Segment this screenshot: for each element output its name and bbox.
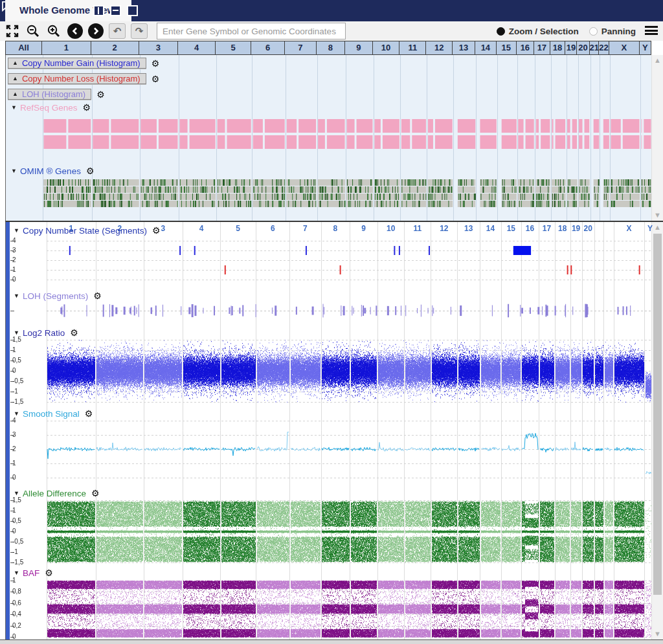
track-baf-settings-icon[interactable]: ⚙ bbox=[45, 568, 53, 578]
track-log2-ratio-settings-icon[interactable]: ⚙ bbox=[70, 328, 78, 338]
chromosome-cell-4[interactable]: 4 bbox=[178, 41, 216, 55]
track-copy-number-gain-histogram-[interactable]: ▲Copy Number Gain (Histogram)⚙ bbox=[8, 58, 159, 69]
track-copy-number-loss-histogram--settings-icon[interactable]: ⚙ bbox=[152, 74, 160, 84]
expand-arrow-icon[interactable]: ▲ bbox=[12, 60, 18, 66]
chromosome-header: All12345678910111213141516171819202122XY bbox=[5, 41, 651, 55]
collapse-arrow-icon[interactable]: ▼ bbox=[14, 490, 19, 496]
track-log2-ratio[interactable]: ▼Log2 Ratio⚙ bbox=[14, 328, 78, 338]
chromosome-cell-12[interactable]: 12 bbox=[426, 41, 453, 55]
chromosome-cell-5[interactable]: 5 bbox=[216, 41, 251, 55]
chevron-left-icon bbox=[71, 27, 79, 35]
track-copy-number-loss-histogram--label: Copy Number Loss (Histogram) bbox=[22, 74, 140, 83]
chromosome-cell-14[interactable]: 14 bbox=[475, 41, 497, 55]
allele-difference-ytick: 0 bbox=[12, 527, 16, 535]
chromosome-cell-1[interactable]: 1 bbox=[42, 41, 91, 55]
track-loh-histogram-[interactable]: ▲LOH (Histogram)⚙ bbox=[8, 89, 105, 100]
scroll-down-icon[interactable]: ▼ bbox=[653, 630, 662, 638]
lower-tracks-canvas[interactable] bbox=[10, 222, 656, 639]
collapse-arrow-icon[interactable]: ▼ bbox=[14, 410, 19, 417]
log2-ytick: -0,5 bbox=[12, 377, 23, 384]
collapse-arrow-icon[interactable]: ▼ bbox=[11, 168, 17, 174]
search-input[interactable] bbox=[157, 23, 346, 39]
track-loh-segments[interactable]: ▼LOH (Segments)⚙ bbox=[14, 291, 102, 301]
panning-radio[interactable] bbox=[589, 27, 598, 36]
track-smooth-signal[interactable]: ▼Smooth Signal⚙ bbox=[14, 408, 93, 419]
track-refseq-genes[interactable]: ▼RefSeq Genes⚙ bbox=[11, 102, 91, 113]
track-loh-segments-settings-icon[interactable]: ⚙ bbox=[93, 291, 102, 301]
chromosome-cell-19[interactable]: 19 bbox=[565, 41, 577, 55]
scroll-down-icon[interactable]: ▼ bbox=[653, 211, 662, 219]
undo-button[interactable]: ↶ bbox=[109, 23, 126, 39]
scroll-thumb[interactable] bbox=[653, 234, 662, 595]
scroll-up-icon[interactable]: ▲ bbox=[653, 223, 662, 232]
chromosome-cell-X[interactable]: X bbox=[609, 41, 640, 55]
baf-ytick: 0,8 bbox=[12, 588, 21, 595]
track-copy-number-state-settings-icon[interactable]: ⚙ bbox=[152, 225, 161, 236]
track-baf[interactable]: ▼BAF⚙ bbox=[14, 568, 53, 578]
track-baf-label: BAF bbox=[23, 568, 39, 578]
chromosome-cell-13[interactable]: 13 bbox=[453, 41, 475, 55]
track-loh-histogram--settings-icon[interactable]: ⚙ bbox=[96, 89, 105, 100]
chromosome-cell-17[interactable]: 17 bbox=[534, 41, 550, 55]
chromosome-cell-16[interactable]: 16 bbox=[517, 41, 534, 55]
track-refseq-genes-settings-icon[interactable]: ⚙ bbox=[82, 102, 91, 113]
ruler-label-8: 8 bbox=[333, 224, 338, 233]
track-copy-number-loss-histogram--button[interactable]: ▲Copy Number Loss (Histogram) bbox=[8, 73, 146, 84]
expand-arrow-icon[interactable]: ▲ bbox=[12, 75, 18, 82]
fit-to-window-button[interactable] bbox=[4, 23, 21, 39]
allele-difference-ytick: 1,5 bbox=[12, 496, 21, 504]
split-vertical-icon[interactable] bbox=[93, 5, 104, 16]
menu-icon[interactable] bbox=[645, 26, 658, 36]
chromosome-cell-9[interactable]: 9 bbox=[345, 41, 373, 55]
chromosome-cell-20[interactable]: 20 bbox=[577, 41, 589, 55]
collapse-arrow-icon[interactable]: ▼ bbox=[11, 104, 17, 111]
window-icon[interactable] bbox=[127, 5, 138, 16]
track-allele-difference-settings-icon[interactable]: ⚙ bbox=[91, 488, 100, 498]
redo-button[interactable]: ↷ bbox=[131, 23, 148, 39]
chromosome-cell-6[interactable]: 6 bbox=[251, 41, 285, 55]
baf-ytick: 0,6 bbox=[12, 599, 21, 606]
ruler-label-14: 14 bbox=[486, 224, 495, 233]
split-horizontal-icon[interactable] bbox=[110, 5, 121, 16]
track-smooth-signal-settings-icon[interactable]: ⚙ bbox=[85, 408, 93, 419]
tab-whole-genome-view[interactable]: Whole Genome View bbox=[5, 0, 131, 21]
chromosome-cell-Y[interactable]: Y bbox=[640, 41, 651, 55]
chromosome-cell-21[interactable]: 21 bbox=[590, 41, 600, 55]
chromosome-cell-7[interactable]: 7 bbox=[285, 41, 316, 55]
track-omim-genes-label: OMIM ® Genes bbox=[20, 166, 81, 176]
previous-button[interactable] bbox=[67, 23, 83, 39]
track-copy-number-state[interactable]: ▼Copy Number State (Segments)⚙ bbox=[14, 225, 161, 236]
chromosome-cell-8[interactable]: 8 bbox=[317, 41, 345, 55]
chromosome-cell-15[interactable]: 15 bbox=[497, 41, 517, 55]
zoom-selection-radio[interactable] bbox=[497, 27, 505, 36]
track-allele-difference[interactable]: ▼Allele Difference⚙ bbox=[14, 488, 100, 498]
next-button[interactable] bbox=[88, 23, 104, 39]
scroll-up-icon[interactable]: ▲ bbox=[653, 56, 662, 65]
log2-ytick: 0 bbox=[12, 367, 16, 374]
zoom-out-button[interactable] bbox=[25, 23, 41, 39]
track-omim-genes[interactable]: ▼OMIM ® Genes⚙ bbox=[11, 166, 94, 176]
collapse-arrow-icon[interactable]: ▼ bbox=[14, 570, 19, 576]
lower-scrollbar[interactable]: ▲ ▼ bbox=[651, 222, 663, 639]
chromosome-cell-18[interactable]: 18 bbox=[550, 41, 566, 55]
zoom-selection-label: Zoom / Selection bbox=[509, 27, 579, 36]
fit-to-window-icon bbox=[5, 24, 19, 38]
track-copy-number-gain-histogram--button[interactable]: ▲Copy Number Gain (Histogram) bbox=[8, 58, 146, 69]
chromosome-cell-all[interactable]: All bbox=[5, 41, 42, 55]
chromosome-cell-22[interactable]: 22 bbox=[599, 41, 609, 55]
collapse-arrow-icon[interactable]: ▼ bbox=[14, 227, 19, 234]
chromosome-cell-3[interactable]: 3 bbox=[139, 41, 178, 55]
collapse-arrow-icon[interactable]: ▼ bbox=[14, 293, 19, 299]
expand-arrow-icon[interactable]: ▲ bbox=[12, 91, 18, 97]
upper-scrollbar[interactable]: ▲ ▼ bbox=[651, 55, 663, 221]
undo-icon: ↶ bbox=[113, 25, 122, 37]
track-loh-histogram--button[interactable]: ▲LOH (Histogram) bbox=[8, 89, 91, 100]
chromosome-cell-10[interactable]: 10 bbox=[373, 41, 399, 55]
zoom-in-button[interactable] bbox=[45, 23, 62, 39]
chromosome-cell-2[interactable]: 2 bbox=[91, 41, 139, 55]
track-omim-genes-settings-icon[interactable]: ⚙ bbox=[86, 166, 95, 176]
collapse-arrow-icon[interactable]: ▼ bbox=[14, 329, 19, 336]
track-copy-number-loss-histogram-[interactable]: ▲Copy Number Loss (Histogram)⚙ bbox=[8, 73, 159, 84]
track-copy-number-gain-histogram--settings-icon[interactable]: ⚙ bbox=[152, 58, 160, 69]
chromosome-cell-11[interactable]: 11 bbox=[399, 41, 426, 55]
